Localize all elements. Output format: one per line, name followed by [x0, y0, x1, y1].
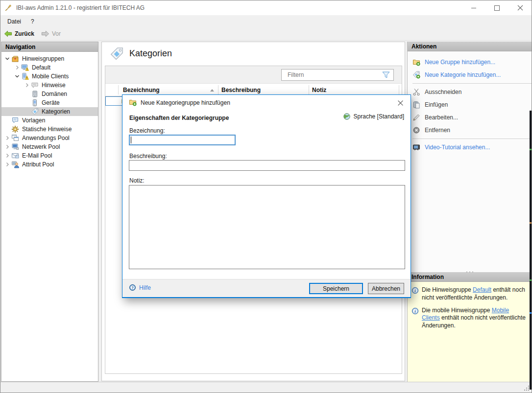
expander-spacer	[23, 90, 31, 98]
new-group-action[interactable]: Neue Gruppe hinzufügen...	[408, 56, 532, 69]
sidebar-item-hinweise[interactable]: Hinweise	[1, 81, 98, 90]
tree-item-label: Geräte	[42, 99, 60, 106]
actions-separator	[412, 139, 532, 139]
window-title: IBI-aws Admin 1.21.0 - registriert für I…	[16, 4, 145, 11]
info-icon: i	[411, 287, 419, 294]
sidebar-item-attribut-pool[interactable]: Attribut Pool	[1, 160, 98, 169]
panel-splitter[interactable]	[408, 267, 532, 271]
close-window-button[interactable]	[508, 0, 532, 15]
chevron-right-icon[interactable]	[23, 81, 31, 89]
remove-circle-icon	[412, 126, 420, 134]
background-window-sliver	[530, 111, 532, 390]
network-icon	[11, 143, 20, 151]
template-icon	[11, 116, 20, 124]
cut-action[interactable]: Ausschneiden	[408, 86, 532, 98]
filter-strip	[105, 66, 402, 84]
new-category-action[interactable]: Neue Kategorie hinzufügen...	[408, 69, 532, 81]
paste-action[interactable]: Einfügen	[408, 98, 532, 111]
right-panel: Aktionen Neue Gruppe hinzufügen...	[407, 42, 532, 382]
sidebar-item-anwendungs-pool[interactable]: Anwendungs Pool	[1, 134, 98, 142]
expander-spacer	[3, 116, 11, 124]
minimize-icon	[471, 5, 477, 11]
sidebar-item-netzwerk-pool[interactable]: Netzwerk Pool	[1, 142, 98, 151]
sidebar-item-kategorien[interactable]: Kategorien	[1, 107, 98, 116]
back-label: Zurück	[15, 30, 34, 37]
chevron-right-icon[interactable]	[3, 161, 11, 168]
applications-icon	[11, 134, 20, 142]
chevron-down-icon[interactable]	[13, 72, 21, 80]
tree-item-label: Anwendungs Pool	[22, 135, 70, 141]
filter-field	[281, 69, 394, 81]
forward-button[interactable]: Vor	[39, 30, 63, 37]
monitor-warning-icon	[21, 64, 29, 71]
save-button[interactable]: Speichern	[309, 283, 363, 294]
beschreibung-label: Beschreibung:	[129, 153, 167, 160]
action-label: Ausschneiden	[425, 89, 461, 95]
forward-arrow-icon	[41, 30, 49, 37]
sidebar-item-statische-hinweise[interactable]: Statische Hinweise	[1, 125, 98, 134]
chevron-right-icon[interactable]	[13, 64, 21, 71]
filter-funnel-icon[interactable]	[382, 71, 390, 78]
info-message: Die Hinweisgruppe Default enthält noch n…	[422, 286, 529, 302]
gear-icon	[11, 125, 20, 133]
maximize-icon	[494, 5, 500, 11]
expander-spacer	[23, 108, 31, 116]
information-panel: Information i Die Hinweisgruppe Default …	[408, 272, 532, 382]
resize-grip[interactable]	[523, 385, 530, 392]
new-category-group-dialog: Neue Kategoriegruppe hinzufügen Eigensch…	[122, 94, 411, 298]
device-icon	[31, 99, 39, 107]
chevron-down-icon[interactable]	[3, 55, 11, 63]
help-link[interactable]: ? Hilfe	[129, 284, 151, 291]
help-icon: ?	[129, 284, 136, 291]
expander-spacer	[23, 99, 31, 107]
bezeichnung-label: Bezeichnung:	[129, 127, 165, 134]
chevron-right-icon[interactable]	[3, 152, 11, 160]
kategorien-page-icon	[109, 46, 124, 61]
back-button[interactable]: Zurück	[2, 30, 36, 37]
sidebar-item-domaenen[interactable]: Domänen	[1, 90, 98, 98]
tag-add-icon	[412, 71, 420, 79]
pencil-icon	[412, 114, 420, 121]
sidebar-item-geraete[interactable]: Geräte	[1, 98, 98, 107]
folder-add-icon	[129, 98, 137, 106]
remove-action[interactable]: Entfernen	[408, 124, 532, 137]
action-label: Entfernen	[425, 127, 450, 134]
cancel-button[interactable]: Abbrechen	[368, 283, 404, 294]
filter-input[interactable]	[282, 71, 382, 78]
tree-item-label: Kategorien	[42, 108, 70, 115]
default-group-link[interactable]: Default	[473, 286, 491, 293]
column-divider	[118, 85, 119, 94]
tree-item-label: Domänen	[42, 91, 67, 97]
status-bar	[0, 382, 532, 393]
info-item: i Die Hinweisgruppe Default enthält noch…	[411, 286, 529, 302]
language-button[interactable]: Sprache [Standard]	[343, 113, 404, 120]
maximize-button[interactable]	[485, 0, 508, 15]
menu-datei[interactable]: Datei	[2, 16, 26, 27]
dialog-close-button[interactable]	[395, 98, 405, 108]
minimize-button[interactable]	[462, 0, 485, 15]
mobile-warning-icon	[21, 72, 29, 80]
sidebar-item-default[interactable]: Default	[1, 63, 98, 72]
sidebar-item-hinweisgruppen[interactable]: Hinweisgruppen	[1, 54, 98, 63]
actions-separator	[412, 83, 532, 84]
edit-action[interactable]: Bearbeiten...	[408, 111, 532, 124]
tree-item-label: Default	[32, 64, 50, 71]
menu-help[interactable]: ?	[26, 16, 39, 27]
sidebar-item-mobile-clients[interactable]: Mobile Clients	[1, 72, 98, 81]
chevron-right-icon[interactable]	[3, 143, 11, 151]
sidebar-item-vorlagen[interactable]: Vorlagen	[1, 116, 98, 125]
info-item: i Die mobile Hinweisgruppe Mobile Client…	[411, 307, 529, 330]
menu-bar: Datei ?	[0, 15, 532, 27]
notiz-field[interactable]	[129, 185, 405, 269]
info-icon: i	[411, 307, 419, 315]
info-text-before: Die mobile Hinweisgruppe	[422, 307, 492, 314]
bezeichnung-field[interactable]	[129, 135, 236, 145]
sidebar-item-email-pool[interactable]: E-Mail Pool	[1, 151, 98, 160]
video-tutorial-action[interactable]: Video-Tutorial ansehen...	[408, 141, 532, 154]
user-attribute-icon	[11, 161, 20, 168]
beschreibung-field[interactable]	[129, 160, 405, 171]
tree-item-label: Vorlagen	[22, 117, 45, 124]
column-divider	[399, 85, 399, 94]
chevron-right-icon[interactable]	[3, 134, 11, 142]
svg-text:?: ?	[131, 285, 133, 290]
